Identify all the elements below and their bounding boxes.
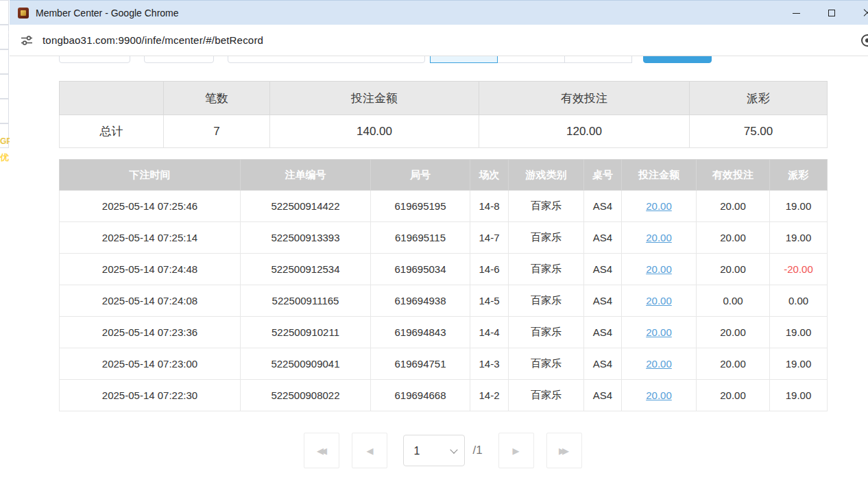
tune-icon[interactable] [21, 34, 33, 47]
minimize-button[interactable] [778, 1, 814, 25]
table-no-cell: AS4 [584, 348, 622, 380]
summary-header-valid-bet: 有效投注 [479, 82, 690, 115]
game-type-cell: 百家乐 [509, 254, 584, 285]
filter-button-1[interactable] [59, 56, 130, 63]
payout-cell: 19.00 [770, 380, 828, 411]
header-round: 局号 [371, 160, 470, 191]
session-cell: 14-7 [470, 222, 509, 254]
table-row: 2025-05-14 07:23:00 522500909041 6196947… [60, 348, 828, 380]
summary-corner-cell [60, 82, 164, 115]
filter-submit-button[interactable] [643, 56, 712, 63]
table-no-cell: AS4 [584, 285, 622, 317]
page-select[interactable]: 1 [403, 435, 465, 466]
bet-amount-link[interactable]: 20.00 [646, 263, 672, 275]
records-header-row: 下注时间 注单编号 局号 场次 游戏类别 桌号 投注金额 有效投注 派彩 [60, 160, 828, 191]
bet-id-cell: 522500908022 [241, 380, 371, 411]
first-page-icon: ◀◀ [317, 446, 327, 456]
next-page-icon: ▶ [513, 446, 520, 456]
payout-cell: 19.00 [770, 317, 828, 348]
bet-record-page: 笔数 投注金额 有效投注 派彩 总计 7 140.00 120.00 75.00… [10, 56, 868, 493]
address-bar[interactable]: tongbao31.com:9900/infe/mcenter/#/betRec… [10, 25, 868, 56]
round-cell: 619695034 [371, 254, 470, 285]
header-payout: 派彩 [770, 160, 828, 191]
bet-id-cell: 522500910211 [241, 317, 371, 348]
payout-cell: 19.00 [770, 191, 828, 222]
url-text[interactable]: tongbao31.com:9900/infe/mcenter/#/betRec… [43, 34, 263, 46]
bet-amount-cell: 20.00 [622, 380, 697, 411]
time-cell: 2025-05-14 07:25:46 [60, 191, 241, 222]
screen: 度 优 GP Member Center - Google Chrome [0, 0, 868, 493]
round-cell: 619695195 [371, 191, 470, 222]
game-type-cell: 百家乐 [509, 380, 584, 411]
bet-amount-link[interactable]: 20.00 [646, 326, 672, 338]
valid-bet-cell: 20.00 [697, 317, 770, 348]
filter-segment-2[interactable] [497, 56, 565, 63]
valid-bet-cell: 20.00 [697, 348, 770, 380]
browser-tools-icon[interactable] [861, 34, 868, 47]
filter-search-input[interactable] [228, 56, 425, 63]
app-favicon-icon [18, 8, 29, 19]
window-titlebar[interactable]: Member Center - Google Chrome [10, 0, 868, 25]
valid-bet-cell: 20.00 [697, 380, 770, 411]
table-no-cell: AS4 [584, 222, 622, 254]
bet-amount-link[interactable]: 20.00 [646, 295, 672, 306]
page-total-label: /1 [472, 444, 482, 457]
header-session: 场次 [470, 160, 509, 191]
summary-total-label: 总计 [60, 115, 164, 148]
payout-cell: 19.00 [770, 348, 828, 380]
header-time: 下注时间 [60, 160, 241, 191]
game-type-cell: 百家乐 [509, 285, 584, 317]
summary-valid-bet-value: 120.00 [479, 115, 690, 148]
background-text-fragment: GP [0, 136, 10, 146]
background-strip-segment [0, 49, 9, 74]
next-page-button[interactable]: ▶ [498, 433, 534, 468]
background-strip-segment: GP [0, 123, 9, 148]
game-type-cell: 百家乐 [509, 348, 584, 380]
chrome-window: Member Center - Google Chrome tongbao31.… [10, 0, 868, 493]
filter-segment-3[interactable] [564, 56, 632, 63]
first-page-button[interactable]: ◀◀ [304, 433, 339, 468]
time-cell: 2025-05-14 07:22:30 [60, 380, 241, 411]
bet-id-cell: 522500912534 [241, 254, 371, 285]
filter-segment-1[interactable] [430, 56, 498, 63]
bet-amount-link[interactable]: 20.00 [646, 200, 672, 212]
bet-amount-cell: 20.00 [622, 285, 697, 317]
prev-page-button[interactable]: ◀ [352, 433, 387, 468]
time-cell: 2025-05-14 07:23:36 [60, 317, 241, 348]
maximize-button[interactable] [814, 1, 849, 25]
summary-header-bet-amount: 投注金额 [270, 82, 479, 115]
table-row: 2025-05-14 07:24:48 522500912534 6196950… [60, 254, 828, 285]
header-bet-id: 注单编号 [241, 160, 371, 191]
bet-amount-link[interactable]: 20.00 [646, 358, 672, 370]
table-row: 2025-05-14 07:25:46 522500914422 6196951… [60, 191, 828, 222]
bet-amount-cell: 20.00 [622, 222, 697, 254]
minimize-icon [793, 13, 800, 14]
table-row: 2025-05-14 07:23:36 522500910211 6196948… [60, 317, 828, 348]
bet-id-cell: 522500911165 [241, 285, 371, 317]
background-text-fragment: 优 [0, 152, 9, 164]
session-cell: 14-4 [470, 317, 509, 348]
bet-amount-link[interactable]: 20.00 [646, 232, 672, 243]
header-table-no: 桌号 [584, 160, 622, 191]
game-type-cell: 百家乐 [509, 222, 584, 254]
last-page-button[interactable]: ▶▶ [546, 433, 582, 468]
prev-page-icon: ◀ [366, 446, 373, 456]
game-type-cell: 百家乐 [509, 317, 584, 348]
round-cell: 619695115 [371, 222, 470, 254]
bet-amount-cell: 20.00 [622, 254, 697, 285]
filter-button-2[interactable] [144, 56, 214, 63]
background-window-strip: 度 优 GP [0, 0, 10, 493]
game-type-cell: 百家乐 [509, 191, 584, 222]
summary-bet-amount-value: 140.00 [270, 115, 479, 148]
close-button[interactable] [849, 1, 868, 25]
bet-amount-link[interactable]: 20.00 [646, 389, 672, 401]
page-select-wrap: 1 [403, 435, 465, 466]
bet-amount-cell: 20.00 [622, 191, 697, 222]
session-cell: 14-2 [470, 380, 509, 411]
bet-amount-cell: 20.00 [622, 317, 697, 348]
time-cell: 2025-05-14 07:23:00 [60, 348, 241, 380]
round-cell: 619694843 [371, 317, 470, 348]
summary-table: 笔数 投注金额 有效投注 派彩 总计 7 140.00 120.00 75.00 [59, 81, 828, 148]
window-title: Member Center - Google Chrome [36, 8, 179, 19]
window-controls [778, 1, 868, 25]
